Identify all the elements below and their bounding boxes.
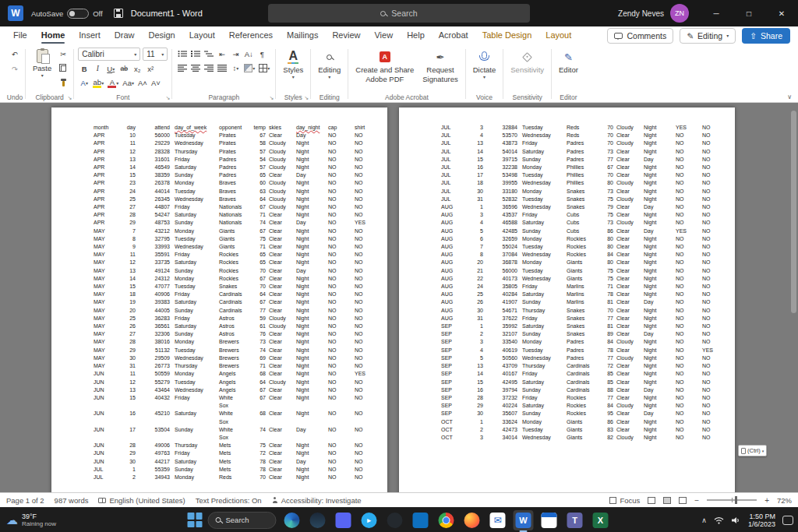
menu-tab-draw[interactable]: Draw: [108, 26, 142, 44]
taskbar-app-discord[interactable]: [334, 510, 354, 530]
collapse-ribbon-button[interactable]: ∨: [787, 93, 792, 100]
hidden-icons-chevron[interactable]: ∧: [701, 516, 707, 524]
menu-tab-design[interactable]: Design: [141, 26, 182, 44]
line-spacing-button[interactable]: ↕▾: [229, 62, 242, 74]
create-share-pdf-button[interactable]: A Create and Share Adobe PDF: [352, 48, 417, 84]
autosave-toggle[interactable]: [67, 9, 89, 19]
styles-button[interactable]: A Styles ▾: [280, 48, 306, 81]
editing-button[interactable]: Editing ▾: [315, 48, 344, 81]
font-dialog-launcher[interactable]: ↘: [165, 95, 170, 101]
read-mode-button[interactable]: [648, 497, 655, 504]
italic-button[interactable]: I: [91, 62, 104, 75]
taskbar-app-edge[interactable]: [282, 510, 302, 530]
highlight-color-button[interactable]: ab▾: [91, 76, 105, 89]
document-page-1[interactable]: monthdayattendday_of_weekopponenttempski…: [51, 107, 387, 492]
font-name-select[interactable]: Calibri▾: [78, 48, 140, 61]
underline-button[interactable]: U▾: [104, 62, 117, 75]
multilevel-list-button[interactable]: [203, 48, 215, 60]
bold-button[interactable]: B: [78, 62, 90, 75]
menu-tab-ctx-layout[interactable]: Layout: [538, 26, 578, 44]
wifi-icon[interactable]: [714, 513, 724, 527]
menu-tab-references[interactable]: References: [222, 26, 280, 44]
zoom-slider-thumb[interactable]: [735, 496, 737, 504]
menu-tab-ctx-table-design[interactable]: Table Design: [475, 26, 539, 44]
clipboard-dialog-launcher[interactable]: ↘: [67, 95, 72, 101]
editor-button[interactable]: ✎ Editor: [556, 48, 581, 76]
styles-dialog-launcher[interactable]: ↘: [304, 95, 309, 101]
taskbar-app-steam[interactable]: [308, 510, 328, 530]
print-layout-button[interactable]: [663, 497, 671, 504]
redo-button[interactable]: ↷: [9, 62, 21, 75]
maximize-button[interactable]: □: [733, 0, 765, 26]
align-left-button[interactable]: [176, 62, 189, 74]
accessibility-status[interactable]: Accessibility: Investigate: [272, 496, 362, 505]
page-indicator[interactable]: Page 1 of 2: [6, 496, 44, 505]
editing-mode-button[interactable]: ✎ Editing ▾: [680, 28, 736, 44]
menu-tab-review[interactable]: Review: [325, 26, 367, 44]
shading-button[interactable]: ▾: [242, 62, 256, 74]
decrease-indent-button[interactable]: ⇤: [216, 48, 228, 60]
superscript-button[interactable]: x²: [144, 62, 157, 75]
increase-indent-button[interactable]: ⇥: [229, 48, 242, 60]
taskbar-app-vscode[interactable]: [411, 510, 431, 530]
taskbar-app-teams[interactable]: T: [565, 510, 585, 530]
taskbar-app-chrome[interactable]: [436, 510, 457, 530]
menu-tab-view[interactable]: View: [367, 26, 400, 44]
close-button[interactable]: ✕: [765, 0, 798, 26]
taskbar-app-github[interactable]: [385, 510, 405, 530]
grow-font-button[interactable]: A˄: [136, 76, 149, 89]
share-button[interactable]: ⇧ Share: [742, 28, 790, 44]
request-signatures-button[interactable]: ✒ Request Signatures: [419, 48, 461, 84]
menu-tab-help[interactable]: Help: [400, 26, 432, 44]
justify-button[interactable]: [216, 62, 228, 74]
font-color-button[interactable]: A▾: [106, 76, 120, 89]
zoom-out-button[interactable]: −: [694, 496, 699, 505]
menu-tab-insert[interactable]: Insert: [72, 26, 108, 44]
menu-tab-home[interactable]: Home: [34, 26, 72, 44]
taskbar-search[interactable]: Search: [208, 512, 277, 529]
font-size-select[interactable]: 11▾: [143, 48, 168, 61]
text-effects-button[interactable]: A▾: [78, 76, 90, 89]
taskbar-app-telegram[interactable]: ▸: [359, 510, 380, 530]
menu-tab-mailings[interactable]: Mailings: [280, 26, 325, 44]
taskbar-app-excel[interactable]: X: [591, 510, 611, 530]
avatar[interactable]: ZN: [670, 4, 689, 23]
start-button[interactable]: [188, 513, 203, 527]
align-right-button[interactable]: [203, 62, 215, 74]
undo-button[interactable]: ↶: [9, 48, 21, 60]
zoom-level[interactable]: 72%: [777, 496, 792, 505]
vertical-scrollbar[interactable]: [791, 111, 796, 313]
minimize-button[interactable]: ─: [700, 0, 733, 26]
word-app-icon[interactable]: W: [8, 5, 23, 21]
borders-button[interactable]: ▾: [257, 62, 271, 74]
change-case-button[interactable]: Aa▾: [121, 76, 136, 89]
word-count[interactable]: 987 words: [55, 496, 89, 505]
document-page-2[interactable]: JUL332884TuesdayReds70CloudyNightYESNOJU…: [399, 107, 735, 492]
format-painter-button[interactable]: [57, 77, 69, 90]
show-formatting-button[interactable]: ¶: [256, 48, 268, 60]
notification-center-icon[interactable]: [782, 516, 793, 525]
text-predictions[interactable]: Text Predictions: On: [196, 496, 262, 505]
cut-button[interactable]: ✂: [57, 48, 69, 60]
titlebar-search[interactable]: Search: [268, 4, 530, 23]
numbering-button[interactable]: [189, 48, 202, 60]
align-center-button[interactable]: [189, 62, 202, 74]
strikethrough-button[interactable]: ab: [118, 62, 130, 75]
paragraph-dialog-launcher[interactable]: ↘: [269, 95, 274, 101]
paste-button[interactable]: Paste ▾: [30, 48, 55, 79]
save-icon[interactable]: [114, 9, 123, 18]
bullets-button[interactable]: [176, 48, 189, 60]
zoom-in-button[interactable]: +: [764, 496, 769, 505]
subscript-button[interactable]: x₂: [131, 62, 143, 75]
user-name[interactable]: Zendy Neves: [618, 9, 664, 18]
zoom-slider[interactable]: [707, 499, 757, 501]
menu-tab-layout[interactable]: Layout: [182, 26, 222, 44]
dictate-button[interactable]: Dictate ▾: [470, 48, 500, 81]
web-layout-button[interactable]: [679, 497, 687, 504]
focus-mode-button[interactable]: Focus: [609, 496, 640, 505]
taskbar-app-word[interactable]: W: [514, 510, 534, 530]
menu-tab-file[interactable]: File: [6, 26, 34, 44]
clock[interactable]: 1:50 PM 1/6/2023: [748, 513, 775, 528]
copy-button[interactable]: [57, 62, 69, 75]
sort-button[interactable]: A↓: [242, 48, 255, 60]
